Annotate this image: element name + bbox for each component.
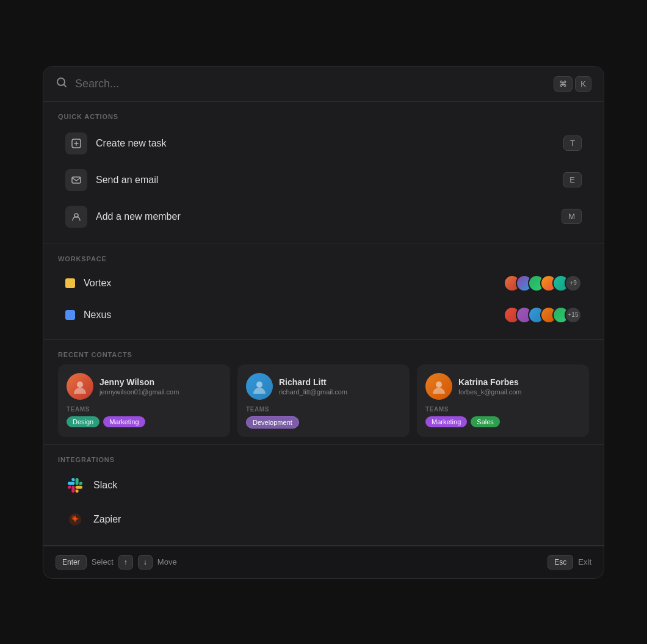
jenny-design-badge: Design: [67, 416, 99, 427]
zapier-icon: [65, 510, 85, 529]
send-email-action[interactable]: Send an email E: [58, 163, 589, 197]
jenny-name: Jenny Wilson: [99, 377, 179, 387]
nexus-extra: +15: [565, 306, 582, 324]
create-task-shortcut: T: [563, 136, 582, 151]
katrina-email: forbes_k@gmail.com: [458, 388, 521, 396]
slack-icon: [65, 476, 85, 495]
send-email-shortcut: E: [563, 172, 582, 187]
richard-avatar: [246, 373, 273, 400]
katrina-teams-label: TEAMS: [425, 406, 580, 413]
jenny-teams: Design Marketing: [67, 416, 222, 427]
esc-key: Esc: [548, 555, 573, 570]
jenny-teams-label: TEAMS: [67, 406, 222, 413]
command-palette: ⌘ K QUICK ACTIONS Create new task T: [43, 66, 604, 579]
integrations-label: INTEGRATIONS: [58, 456, 589, 463]
vortex-color: [65, 278, 75, 288]
svg-line-1: [64, 84, 67, 87]
workspace-section: WORKSPACE Vortex +9 Nexus +15: [43, 244, 604, 340]
contact-richard[interactable]: Richard Litt richard_litt@gmail.com TEAM…: [237, 364, 410, 437]
search-input[interactable]: [75, 78, 546, 90]
contact-top: Jenny Wilson jennywilson01@gmail.com: [67, 373, 222, 400]
jenny-marketing-badge: Marketing: [103, 416, 145, 427]
quick-actions-label: QUICK ACTIONS: [58, 113, 589, 120]
svg-point-7: [77, 382, 83, 388]
quick-actions-section: QUICK ACTIONS Create new task T Send an …: [43, 102, 604, 244]
vortex-name: Vortex: [84, 278, 495, 289]
add-member-label: Add a new member: [96, 211, 553, 222]
richard-info: Richard Litt richard_litt@gmail.com: [279, 377, 347, 396]
richard-email: richard_litt@gmail.com: [279, 388, 347, 396]
contacts-grid: Jenny Wilson jennywilson01@gmail.com TEA…: [58, 364, 589, 437]
k-key: K: [575, 76, 591, 92]
nexus-avatars: +15: [504, 306, 582, 324]
richard-teams: Development: [246, 416, 401, 429]
jenny-avatar: [67, 373, 93, 400]
down-arrow: ↓: [138, 555, 153, 570]
katrina-avatar: [425, 373, 452, 400]
search-bar: ⌘ K: [43, 67, 604, 102]
svg-rect-5: [72, 177, 81, 183]
up-arrow: ↑: [118, 555, 133, 570]
contact-top: Katrina Forbes forbes_k@gmail.com: [425, 373, 580, 400]
richard-dev-badge: Development: [246, 416, 299, 429]
contact-top: Richard Litt richard_litt@gmail.com: [246, 373, 401, 400]
slack-integration[interactable]: Slack: [58, 469, 589, 501]
jenny-info: Jenny Wilson jennywilson01@gmail.com: [99, 377, 179, 396]
svg-point-9: [436, 382, 442, 388]
exit-label: Exit: [578, 557, 591, 566]
create-task-label: Create new task: [96, 138, 555, 149]
footer: Enter Select ↑ ↓ Move Esc Exit: [43, 546, 604, 578]
create-task-icon: [65, 132, 87, 154]
cmd-key: ⌘: [554, 76, 573, 92]
enter-key: Enter: [56, 555, 87, 570]
workspace-nexus[interactable]: Nexus +15: [58, 300, 589, 330]
send-email-label: Send an email: [96, 175, 554, 186]
richard-name: Richard Litt: [279, 377, 347, 387]
add-member-shortcut: M: [562, 209, 582, 224]
svg-point-8: [256, 382, 262, 388]
search-shortcut: ⌘ K: [554, 76, 591, 92]
add-member-icon: [65, 206, 87, 228]
jenny-email: jennywilson01@gmail.com: [99, 388, 179, 396]
vortex-extra: +9: [565, 275, 582, 292]
recent-contacts-label: RECENT CONTACTS: [58, 351, 589, 358]
nexus-color: [65, 310, 75, 320]
move-label: Move: [157, 557, 177, 566]
add-member-action[interactable]: Add a new member M: [58, 200, 589, 234]
workspace-label: WORKSPACE: [58, 255, 589, 262]
richard-teams-label: TEAMS: [246, 406, 401, 413]
create-task-action[interactable]: Create new task T: [58, 126, 589, 161]
search-icon: [56, 76, 68, 92]
katrina-name: Katrina Forbes: [458, 377, 521, 387]
workspace-vortex[interactable]: Vortex +9: [58, 269, 589, 298]
send-email-icon: [65, 169, 87, 191]
contact-katrina[interactable]: Katrina Forbes forbes_k@gmail.com TEAMS …: [417, 364, 589, 437]
nexus-name: Nexus: [84, 309, 495, 320]
katrina-teams: Marketing Sales: [425, 416, 580, 427]
select-label: Select: [92, 557, 114, 566]
katrina-sales-badge: Sales: [471, 416, 500, 427]
integrations-section: INTEGRATIONS Slack: [43, 445, 604, 546]
contact-jenny[interactable]: Jenny Wilson jennywilson01@gmail.com TEA…: [58, 364, 230, 437]
recent-contacts-section: RECENT CONTACTS Jenny Wilson jennywilson…: [43, 340, 604, 445]
slack-label: Slack: [93, 480, 117, 491]
katrina-info: Katrina Forbes forbes_k@gmail.com: [458, 377, 521, 396]
zapier-label: Zapier: [93, 514, 121, 525]
katrina-marketing-badge: Marketing: [425, 416, 467, 427]
vortex-avatars: +9: [504, 275, 582, 292]
zapier-integration[interactable]: Zapier: [58, 504, 589, 535]
